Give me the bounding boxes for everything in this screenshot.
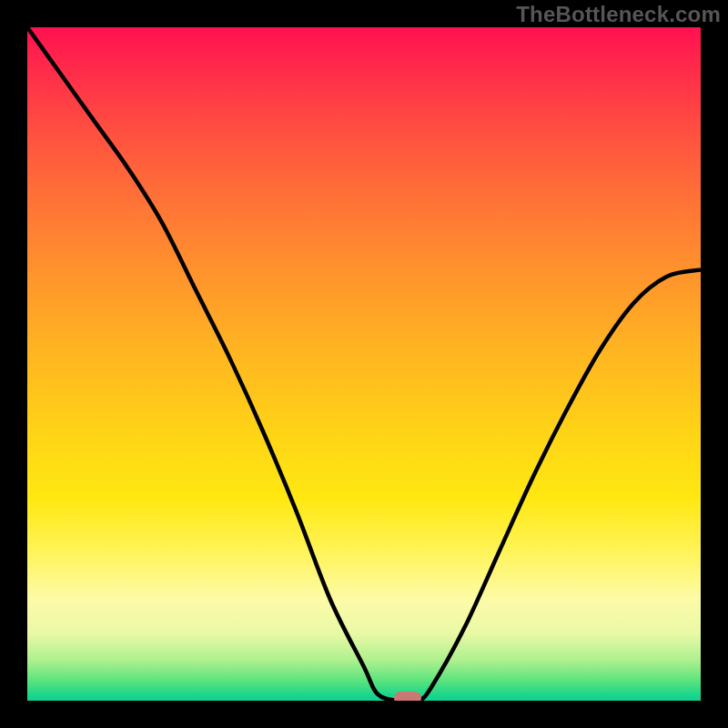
watermark-text: TheBottleneck.com bbox=[516, 2, 721, 27]
chart-frame: TheBottleneck.com bbox=[0, 0, 728, 728]
trough-marker bbox=[394, 692, 421, 701]
bottleneck-curve bbox=[27, 27, 701, 701]
curve-path bbox=[27, 27, 701, 701]
plot-area bbox=[27, 27, 701, 701]
